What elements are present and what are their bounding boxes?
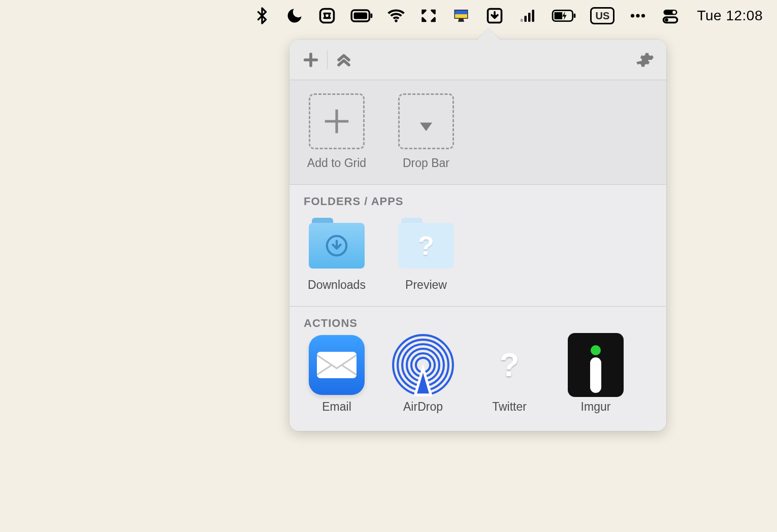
- folder-faded-icon: ?: [398, 218, 454, 269]
- downloads-label: Downloads: [308, 278, 366, 292]
- toolbar-divider: [327, 50, 328, 70]
- actions-section: ACTIONS Email: [289, 307, 666, 431]
- add-to-grid-label: Add to Grid: [307, 156, 366, 170]
- imgur-icon: [568, 333, 624, 397]
- battery-full-icon[interactable]: [350, 7, 373, 25]
- svg-rect-20: [317, 352, 357, 378]
- battery-charging-icon[interactable]: [552, 7, 576, 25]
- add-button[interactable]: [299, 48, 323, 72]
- downloads-folder[interactable]: Downloads: [304, 215, 370, 292]
- missing-app-icon: ?: [481, 335, 537, 395]
- actions-title: ACTIONS: [304, 317, 652, 330]
- email-label: Email: [322, 400, 351, 414]
- svg-point-17: [673, 11, 676, 14]
- svg-rect-10: [574, 14, 576, 18]
- svg-rect-11: [555, 12, 563, 19]
- dropzone-menubar-icon[interactable]: [484, 7, 505, 25]
- airdrop-action[interactable]: AirDrop: [390, 337, 456, 414]
- mail-app-icon: [309, 335, 365, 395]
- imgur-action[interactable]: Imgur: [563, 337, 629, 414]
- airdrop-icon: [391, 332, 456, 398]
- twitter-label: Twitter: [492, 400, 527, 414]
- svg-rect-2: [371, 14, 373, 18]
- cellular-signal-icon[interactable]: [519, 7, 537, 25]
- more-menu-icon[interactable]: [629, 7, 647, 25]
- popover-arrow: [476, 28, 501, 41]
- drop-bar-target[interactable]: Drop Bar: [393, 93, 459, 170]
- control-center-icon[interactable]: [661, 7, 679, 25]
- question-mark-icon: ?: [418, 230, 434, 261]
- folders-apps-title: FOLDERS / APPS: [304, 195, 652, 208]
- bluetooth-icon[interactable]: [253, 7, 271, 25]
- expand-arrows-icon[interactable]: [419, 7, 438, 25]
- twitter-action[interactable]: ? Twitter: [476, 337, 542, 414]
- preview-app[interactable]: ? Preview: [393, 215, 459, 292]
- folders-apps-section: FOLDERS / APPS Downloads: [289, 185, 666, 307]
- svg-rect-5: [521, 19, 523, 22]
- imgur-label: Imgur: [581, 400, 611, 414]
- app-status-icon[interactable]: [318, 7, 336, 25]
- settings-button[interactable]: [633, 48, 657, 72]
- svg-rect-7: [528, 13, 531, 22]
- add-to-grid-target[interactable]: Add to Grid: [304, 93, 370, 170]
- popover-toolbar: [289, 40, 666, 80]
- svg-point-13: [636, 14, 640, 17]
- display-icon[interactable]: [452, 7, 470, 25]
- svg-rect-0: [320, 9, 334, 23]
- wifi-icon[interactable]: [387, 7, 405, 25]
- drop-bar-label: Drop Bar: [403, 156, 449, 170]
- collapse-up-button[interactable]: [332, 48, 356, 72]
- dropzone-popover: Add to Grid Drop Bar FOLDERS / APPS: [289, 40, 666, 431]
- svg-rect-6: [525, 16, 527, 22]
- input-source-label: US: [596, 10, 610, 22]
- do-not-disturb-icon[interactable]: [285, 7, 304, 25]
- drop-targets-section: Add to Grid Drop Bar: [289, 80, 666, 185]
- airdrop-label: AirDrop: [403, 400, 443, 414]
- svg-point-18: [665, 18, 669, 22]
- folder-icon: [309, 218, 365, 269]
- input-source-indicator[interactable]: US: [590, 7, 614, 24]
- svg-rect-8: [532, 10, 535, 22]
- preview-label: Preview: [405, 278, 447, 292]
- email-action[interactable]: Email: [304, 337, 370, 414]
- svg-point-14: [641, 14, 645, 17]
- menubar: US Tue 12:08: [0, 0, 777, 31]
- svg-point-12: [631, 14, 634, 17]
- svg-rect-3: [354, 12, 367, 19]
- menubar-clock[interactable]: Tue 12:08: [697, 8, 763, 24]
